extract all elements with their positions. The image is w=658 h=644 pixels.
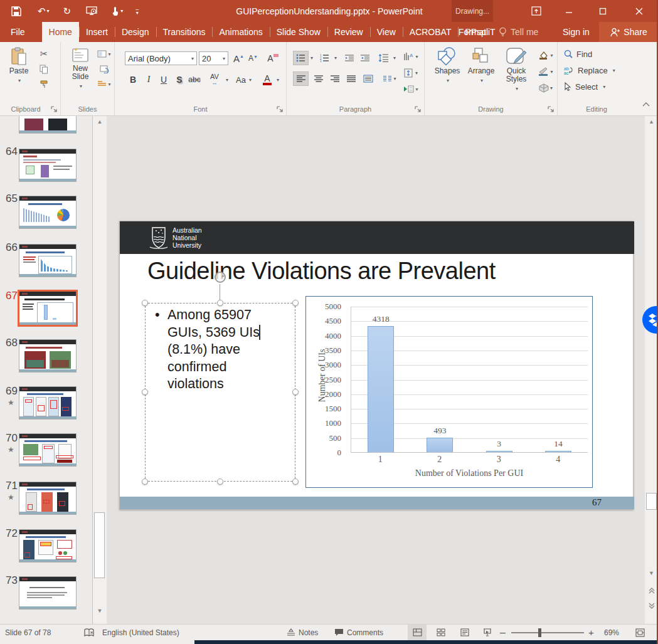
main-vertical-scrollbar[interactable]: ▲ ▼ <box>645 116 658 624</box>
rotate-handle[interactable] <box>213 270 227 284</box>
tab-slide-show[interactable]: Slide Show <box>270 22 327 42</box>
zoom-level[interactable]: 69% <box>604 625 619 640</box>
font-dialog-launcher[interactable] <box>276 105 284 113</box>
redo-button[interactable]: ↻ <box>61 0 74 22</box>
justify-button[interactable] <box>343 71 359 86</box>
shape-fill-button[interactable]: ▾ <box>536 48 555 62</box>
thumbnail-slide-64[interactable] <box>19 149 77 182</box>
tab-acrobat[interactable]: ACROBAT <box>403 22 459 42</box>
zoom-slider-track[interactable] <box>511 632 584 633</box>
arrange-button[interactable]: Arrange ▾ <box>465 47 497 85</box>
start-from-beginning-button[interactable] <box>83 0 100 22</box>
slide-layout-button[interactable]: ▾ <box>96 47 112 61</box>
replace-dropdown-arrow[interactable]: ▾ <box>613 68 615 73</box>
section-button[interactable]: ▾ <box>96 77 112 91</box>
arrange-dropdown-arrow[interactable]: ▾ <box>480 77 483 85</box>
strikethrough-button[interactable]: abc <box>188 73 201 87</box>
change-case-button[interactable]: Aa <box>234 73 248 87</box>
chart-bar[interactable] <box>427 438 453 452</box>
scroll-up-button[interactable]: ▲ <box>645 116 658 127</box>
paragraph-dialog-launcher[interactable] <box>414 105 422 113</box>
minimize-button[interactable] <box>558 0 580 22</box>
paste-button[interactable]: Paste ▾ <box>5 47 33 85</box>
line-spacing-dropdown-arrow[interactable]: ▾ <box>393 55 396 61</box>
tab-transitions[interactable]: Transitions <box>156 22 213 42</box>
align-left-button[interactable] <box>293 71 309 86</box>
normal-view-button[interactable] <box>408 625 427 640</box>
undo-dropdown-arrow[interactable]: ▾ <box>47 8 50 14</box>
spacing-dropdown-arrow[interactable]: ▾ <box>226 77 228 83</box>
spell-check-button[interactable] <box>84 625 94 640</box>
scroll-down-button[interactable]: ▼ <box>645 567 658 578</box>
align-center-button[interactable] <box>310 71 326 86</box>
replace-button[interactable]: abac Replace ▾ <box>564 63 615 77</box>
slide-sorter-view-button[interactable] <box>432 625 450 640</box>
thumbnail-slide-72[interactable] <box>19 529 77 562</box>
select-button[interactable]: Select ▾ <box>564 80 605 93</box>
thumbnail-slide-66[interactable] <box>19 244 77 277</box>
shape-effects-button[interactable]: ▾ <box>536 81 555 95</box>
bullet-text[interactable]: •Among 65907 GUIs, 5369 UIs (8.1%) have … <box>155 307 290 393</box>
font-name-combo[interactable]: Arial (Body)▾ <box>125 51 197 65</box>
resize-handle-top-right[interactable] <box>292 300 299 306</box>
thumbnail-slide-67-selected[interactable] <box>18 290 78 327</box>
bullets-button[interactable] <box>293 51 309 65</box>
bar-chart[interactable]: 0500100015002000250030003500400045005000… <box>305 296 593 488</box>
collapse-ribbon-button[interactable] <box>639 97 654 111</box>
align-right-button[interactable] <box>327 71 342 86</box>
save-button[interactable] <box>9 0 24 22</box>
font-color-dropdown-arrow[interactable]: ▾ <box>277 77 279 83</box>
increase-indent-button[interactable] <box>358 51 373 65</box>
align-text-button[interactable]: ▾ <box>401 66 420 80</box>
text-direction-button[interactable]: A▾ <box>401 50 420 63</box>
font-color-button[interactable]: A <box>260 73 274 87</box>
touch-mode-dropdown-arrow[interactable]: ▾ <box>120 8 123 14</box>
find-button[interactable]: Find <box>564 47 592 61</box>
thumbnail-slide-73[interactable] <box>19 576 77 610</box>
chart-bar[interactable] <box>486 451 512 452</box>
tab-insert[interactable]: Insert <box>79 22 115 42</box>
format-painter-button[interactable] <box>36 77 51 91</box>
slide-indicator[interactable]: Slide 67 of 78 <box>5 625 51 640</box>
thumbnail-scrollbar-thumb[interactable] <box>94 512 105 578</box>
quick-styles-dropdown-arrow[interactable]: ▾ <box>516 85 518 93</box>
distribute-text-button[interactable] <box>359 71 376 86</box>
resize-handle-bottom-left[interactable] <box>142 478 148 485</box>
language-indicator[interactable]: English (United States) <box>102 625 179 640</box>
sign-in-button[interactable]: Sign in <box>563 22 590 42</box>
grow-font-button[interactable]: A▲ <box>231 51 246 65</box>
main-scrollbar-thumb[interactable] <box>646 493 657 510</box>
italic-button[interactable]: I <box>142 73 156 87</box>
bold-button[interactable]: B <box>126 73 140 87</box>
line-spacing-button[interactable] <box>374 51 391 65</box>
bullets-dropdown-arrow[interactable]: ▾ <box>310 55 313 61</box>
numbering-dropdown-arrow[interactable]: ▾ <box>334 55 337 61</box>
shrink-font-button[interactable]: A▼ <box>246 51 260 65</box>
thumbnail-slide-65[interactable] <box>19 196 77 229</box>
thumbnail-slide-71[interactable] <box>19 482 77 515</box>
touch-mouse-mode-button[interactable]: ▾ <box>109 0 125 22</box>
thumbnail-slide-70[interactable] <box>19 433 77 467</box>
clear-formatting-button[interactable]: A <box>265 51 280 65</box>
thumbnail-scrollbar[interactable]: ▲ ▼ <box>93 116 107 624</box>
cut-button[interactable]: ✂ <box>36 47 51 61</box>
resize-handle-middle-right[interactable] <box>292 389 299 395</box>
resize-handle-bottom-center[interactable] <box>217 478 223 485</box>
resize-handle-bottom-right[interactable] <box>292 478 299 485</box>
tab-design[interactable]: Design <box>115 22 156 42</box>
shapes-button[interactable]: Shapes ▾ <box>432 47 462 85</box>
share-button[interactable]: Share <box>599 22 658 42</box>
resize-handle-top-left[interactable] <box>142 300 148 306</box>
tell-me-box[interactable]: Tell me <box>499 22 538 42</box>
customize-qat-button[interactable]: –▾ <box>133 0 141 22</box>
tab-animations[interactable]: Animations <box>212 22 269 42</box>
character-spacing-button[interactable]: AV↔ <box>205 73 224 87</box>
undo-button[interactable]: ↶▾ <box>35 0 52 22</box>
chart-bar[interactable] <box>368 326 394 452</box>
columns-button[interactable]: ▾ <box>381 71 398 86</box>
thumbnail-slide-63[interactable] <box>19 116 77 134</box>
thumbnail-scroll-down-button[interactable]: ▼ <box>93 605 107 616</box>
tab-format[interactable]: Format <box>452 22 493 42</box>
underline-button[interactable]: U <box>157 73 171 87</box>
thumbnail-slide-69[interactable] <box>19 386 77 420</box>
